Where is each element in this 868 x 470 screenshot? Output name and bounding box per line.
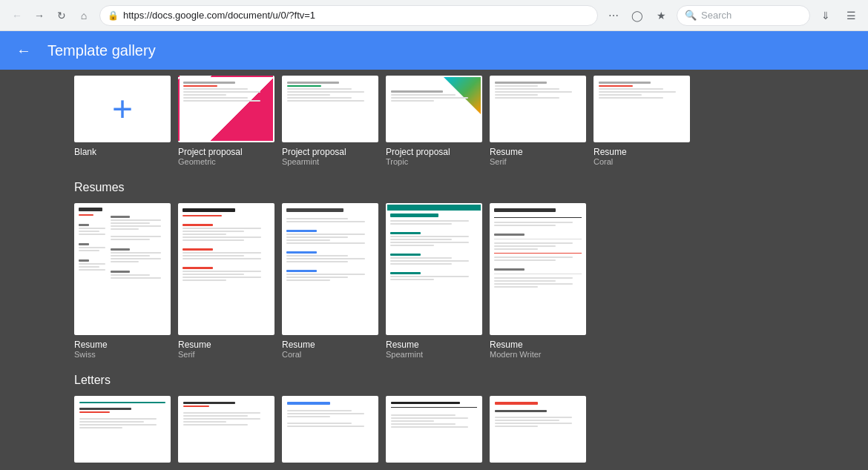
template-letter-1[interactable] bbox=[74, 396, 171, 467]
template-letter-2[interactable] bbox=[178, 396, 274, 467]
template-resume-serif-top[interactable]: Resume Serif bbox=[490, 76, 586, 166]
history-button[interactable]: ☰ bbox=[841, 6, 861, 25]
doc-line bbox=[391, 100, 434, 102]
doc-preview-serif-top bbox=[491, 77, 585, 141]
doc-line bbox=[287, 416, 330, 417]
template-resume-spearmint[interactable]: Resume Spearmint bbox=[386, 203, 482, 359]
doc-line bbox=[79, 421, 144, 423]
template-thumb-geometric bbox=[178, 76, 274, 142]
template-project-geometric[interactable]: Project proposal Geometric bbox=[178, 76, 274, 166]
top-templates-row: + Blank Proje bbox=[0, 76, 868, 166]
resume-line bbox=[286, 236, 348, 238]
doc-line bbox=[287, 423, 352, 424]
browser-search[interactable]: 🔍 Search bbox=[677, 5, 810, 26]
doc-line bbox=[391, 414, 456, 416]
template-sub-tropic: Tropic bbox=[386, 157, 482, 166]
resume-line bbox=[390, 232, 421, 234]
doc-preview-geometric bbox=[180, 77, 273, 141]
template-name-swiss: Resume bbox=[74, 340, 171, 350]
template-resume-coral[interactable]: Resume Coral bbox=[282, 203, 378, 359]
resume-line bbox=[79, 269, 105, 271]
resume-accent-line bbox=[494, 253, 582, 254]
doc-line bbox=[183, 91, 260, 93]
doc-line bbox=[79, 411, 110, 413]
header-back-button[interactable]: ← bbox=[12, 39, 36, 62]
doc-line bbox=[183, 82, 235, 84]
home-button[interactable]: ⌂ bbox=[74, 6, 93, 25]
resume-line bbox=[183, 234, 226, 235]
doc-line bbox=[183, 424, 248, 426]
resume-line bbox=[183, 279, 226, 281]
template-project-tropic[interactable]: Project proposal Tropic bbox=[386, 76, 482, 166]
template-blank[interactable]: + Blank bbox=[74, 76, 171, 166]
resume-line bbox=[79, 228, 105, 229]
search-icon: 🔍 bbox=[685, 10, 697, 21]
resume-line bbox=[390, 272, 421, 274]
download-button[interactable]: ⇓ bbox=[816, 6, 835, 25]
resume-line bbox=[183, 239, 244, 241]
resume-line bbox=[183, 258, 261, 259]
template-letter-4[interactable] bbox=[386, 396, 482, 467]
resume-line bbox=[494, 208, 556, 212]
doc-preview-coral-top bbox=[595, 77, 688, 141]
modern-writer-resume-preview bbox=[491, 205, 585, 334]
doc-line bbox=[495, 417, 572, 418]
template-resume-modern-writer[interactable]: Resume Modern Writer bbox=[490, 203, 586, 359]
template-resume-serif[interactable]: Resume Serif bbox=[178, 203, 274, 359]
resume-line bbox=[286, 274, 365, 275]
resume-line bbox=[494, 225, 556, 226]
doc-line bbox=[287, 91, 364, 93]
template-letter-5[interactable] bbox=[490, 396, 586, 467]
doc-line bbox=[183, 85, 217, 87]
resume-line bbox=[183, 255, 244, 256]
resume-line bbox=[494, 280, 556, 282]
doc-line bbox=[495, 410, 547, 412]
resume-line bbox=[390, 260, 469, 262]
doc-line bbox=[183, 402, 235, 404]
doc-line bbox=[495, 94, 538, 96]
resume-line bbox=[183, 231, 244, 232]
resume-line bbox=[494, 259, 556, 261]
template-thumb-letter-5 bbox=[490, 396, 586, 463]
address-bar[interactable]: 🔒 https://docs.google.com/document/u/0/?… bbox=[99, 5, 598, 26]
resume-line bbox=[111, 261, 138, 262]
resume-line bbox=[183, 267, 213, 269]
letter3-preview bbox=[283, 397, 377, 461]
doc-line bbox=[287, 413, 364, 414]
resume-line bbox=[286, 255, 348, 256]
resume-line bbox=[79, 243, 89, 245]
template-resume-coral-top[interactable]: Resume Coral bbox=[594, 76, 690, 166]
resume-line bbox=[390, 239, 452, 240]
letter4-preview bbox=[387, 397, 481, 461]
doc-line bbox=[391, 426, 468, 428]
doc-line bbox=[287, 410, 352, 411]
pocket-button[interactable]: ◯ bbox=[628, 6, 647, 25]
resume-line bbox=[111, 228, 138, 230]
resume-line bbox=[286, 261, 348, 262]
resume-line bbox=[79, 259, 89, 262]
template-thumb-tropic bbox=[386, 76, 482, 142]
resume-line bbox=[183, 228, 261, 229]
template-letter-3[interactable] bbox=[282, 396, 378, 467]
doc-line bbox=[183, 415, 248, 417]
back-button[interactable]: ← bbox=[7, 6, 27, 25]
forward-button[interactable]: → bbox=[30, 6, 49, 25]
resume-line bbox=[390, 276, 469, 277]
doc-line bbox=[391, 420, 434, 422]
template-sub-spearmint-resume: Spearmint bbox=[386, 350, 482, 359]
doc-line bbox=[391, 97, 468, 99]
resume-line bbox=[79, 231, 99, 232]
swiss-resume-preview bbox=[76, 205, 169, 334]
reload-button[interactable]: ↻ bbox=[52, 6, 71, 25]
doc-line bbox=[79, 418, 157, 420]
template-project-spearmint[interactable]: Project proposal Spearmint bbox=[282, 76, 378, 166]
resume-line bbox=[494, 277, 573, 279]
doc-line bbox=[287, 402, 330, 405]
doc-line bbox=[391, 94, 456, 96]
template-thumb-swiss bbox=[74, 203, 171, 335]
menu-button[interactable]: ⋯ bbox=[604, 6, 623, 25]
doc-preview-spearmint bbox=[283, 77, 377, 141]
template-resume-swiss[interactable]: Resume Swiss bbox=[74, 203, 171, 359]
bookmark-button[interactable]: ★ bbox=[651, 6, 671, 25]
browser-actions: ⋯ ◯ ★ bbox=[604, 6, 671, 25]
